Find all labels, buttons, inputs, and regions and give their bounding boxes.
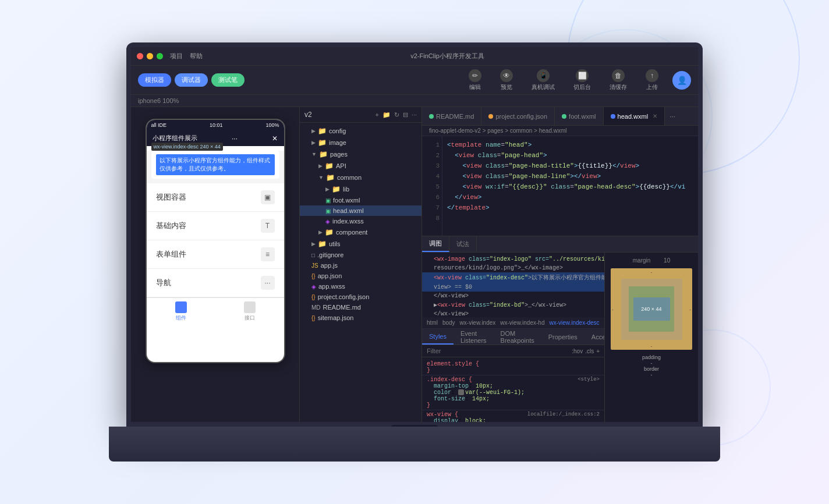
file-item-project-config[interactable]: {} project.config.json [300, 292, 421, 302]
devtools-tab-debug[interactable]: 试法 [449, 236, 477, 252]
file-item-app-json[interactable]: {} app.json [300, 271, 421, 281]
edit-button[interactable]: ✏ 编辑 [464, 68, 486, 93]
file-label: README.md [323, 304, 361, 311]
devtools-tab-elements[interactable]: 调图 [422, 236, 449, 252]
code-line-1: <template name="head"> [447, 140, 693, 150]
cache-icon: 🗑 [612, 69, 625, 82]
code-line-5: <view wx:if="{{desc}}" class="page-head-… [447, 182, 693, 192]
laptop-screen: 项目 帮助 v2-FinClip小程序开发工具 模拟器 调试器 测试笔 ✏ 编辑 [126, 42, 703, 427]
header-close-icon[interactable]: ✕ [272, 134, 278, 143]
menu-item-2-icon: T [261, 219, 275, 233]
window-controls [137, 53, 163, 59]
panel-tab-accessibility[interactable]: Accessibility [584, 329, 605, 345]
panel-tab-event-listeners[interactable]: Event Listeners [454, 329, 494, 345]
user-avatar[interactable]: 👤 [672, 71, 691, 90]
chevron-right-icon: ▶ [311, 128, 316, 134]
wxss-file-icon: ◈ [325, 218, 330, 225]
margin-bottom-label: - [651, 343, 653, 349]
panel-tab-styles[interactable]: Styles [422, 329, 454, 345]
minimize-button[interactable] [147, 53, 153, 59]
file-item-app-wxss[interactable]: ◈ app.wxss [300, 281, 421, 292]
tab-dot-readme [429, 114, 434, 119]
tab-readme[interactable]: README.md [422, 107, 481, 125]
bc-body[interactable]: body [442, 320, 455, 326]
menu-help[interactable]: 帮助 [190, 52, 203, 61]
background-button[interactable]: ⬜ 切后台 [569, 68, 596, 93]
file-label: app.wxss [318, 283, 345, 290]
tab-project-config[interactable]: project.config.json [481, 107, 555, 125]
close-button[interactable] [137, 53, 143, 59]
bc-wx-view-desc[interactable]: wx-view.index-desc [549, 320, 599, 326]
clear-cache-button[interactable]: 🗑 清缓存 [605, 68, 632, 93]
file-explorer: v2 + 📁 ↻ ⊟ ··· ▶ 📁 config [300, 107, 422, 422]
nav-item-api[interactable]: 接口 [215, 298, 284, 325]
new-folder-icon[interactable]: 📁 [382, 111, 391, 119]
file-item-foot-wxml[interactable]: ▣ foot.wxml [300, 195, 421, 205]
code-content[interactable]: <template name="head"> <view class="page… [442, 136, 698, 236]
test-button[interactable]: 测试笔 [211, 73, 245, 87]
panel-tab-dom-breakpoints[interactable]: DOM Breakpoints [494, 329, 541, 345]
file-item-lib[interactable]: ▶ 📁 lib [300, 183, 421, 195]
laptop-frame: 项目 帮助 v2-FinClip小程序开发工具 模拟器 调试器 测试笔 ✏ 编辑 [109, 42, 720, 462]
file-item-pages[interactable]: ▼ 📁 pages [300, 148, 421, 160]
pseudo-hov-btn[interactable]: :hov [572, 348, 583, 354]
tabs-overflow-icon[interactable]: ··· [665, 112, 680, 120]
new-file-icon[interactable]: + [375, 111, 378, 119]
menu-item-4[interactable]: 导航 ··· [147, 269, 284, 297]
pseudo-cls-btn[interactable]: .cls [585, 348, 594, 354]
battery-indicator: 100% [265, 122, 279, 128]
tab-close-icon[interactable]: ✕ [653, 113, 657, 119]
menu-item-3-label: 表单组件 [156, 249, 186, 260]
nav-api-label: 接口 [245, 314, 255, 322]
wxss-file-icon: ◈ [311, 283, 316, 290]
menu-item-2-label: 基础内容 [156, 221, 186, 231]
menu-item-4-label: 导航 [156, 278, 171, 288]
element-breadcrumb: html body wx-view.index wx-view.index-hd… [422, 317, 604, 329]
file-item-component[interactable]: ▶ 📁 component [300, 226, 421, 238]
dom-line-7: </wx-view> [422, 310, 604, 317]
file-item-readme[interactable]: MD README.md [300, 302, 421, 313]
menu-item-3[interactable]: 表单组件 ≡ [147, 240, 284, 269]
menu-item-3-icon: ≡ [261, 247, 275, 261]
file-item-index-wxss[interactable]: ◈ index.wxss [300, 216, 421, 226]
menu-project[interactable]: 项目 [170, 52, 183, 61]
file-item-head-wxml[interactable]: ▣ head.wxml [300, 205, 421, 216]
bc-html[interactable]: html [427, 320, 438, 326]
refresh-icon[interactable]: ↻ [394, 111, 399, 119]
maximize-button[interactable] [157, 53, 163, 59]
dom-line-4[interactable]: view> == $0 [422, 283, 604, 292]
bc-wx-view-index[interactable]: wx-view.index [460, 320, 496, 326]
file-item-config[interactable]: ▶ 📁 config [300, 125, 421, 137]
style-filter-input[interactable] [427, 347, 567, 354]
device-debug-button[interactable]: 📱 真机调试 [527, 68, 559, 93]
upload-icon: ↑ [646, 69, 658, 82]
add-style-btn[interactable]: + [596, 348, 600, 354]
more-options-icon[interactable]: ··· [412, 111, 417, 119]
file-item-app-js[interactable]: JS app.js [300, 260, 421, 271]
panel-tab-properties[interactable]: Properties [541, 329, 584, 345]
file-item-common[interactable]: ▼ 📁 common [300, 172, 421, 183]
file-item-sitemap[interactable]: {} sitemap.json [300, 313, 421, 323]
device-icon: 📱 [537, 69, 550, 82]
upload-button[interactable]: ↑ 上传 [641, 68, 663, 93]
dom-line-3[interactable]: <wx-view class="index-desc">以下将展示小程序官方组件… [422, 272, 604, 283]
header-more-icon[interactable]: ··· [232, 134, 238, 143]
preview-button[interactable]: 👁 预览 [495, 68, 518, 93]
collapse-icon[interactable]: ⊟ [403, 111, 408, 119]
debugger-button[interactable]: 调试器 [175, 73, 208, 87]
laptop-base [109, 427, 720, 462]
tab-foot-wxml[interactable]: foot.wxml [555, 107, 603, 125]
menu-item-1[interactable]: 视图容器 ▣ [147, 183, 284, 212]
simulator-button[interactable]: 模拟器 [138, 73, 171, 87]
code-line-2: <view class="page-head"> [447, 150, 693, 161]
tab-head-wxml[interactable]: head.wxml ✕ [604, 107, 665, 125]
file-item-api[interactable]: ▶ 📁 API [300, 160, 421, 172]
bc-wx-view-hd[interactable]: wx-view.index-hd [500, 320, 544, 326]
code-editor[interactable]: 1 2 3 4 5 6 7 8 <template name="head"> <… [422, 136, 698, 236]
file-item-image[interactable]: ▶ 📁 image [300, 137, 421, 148]
menu-item-2[interactable]: 基础内容 T [147, 212, 284, 240]
file-item-utils[interactable]: ▶ 📁 utils [300, 238, 421, 250]
file-item-gitignore[interactable]: □ .gitignore [300, 250, 421, 260]
file-label: image [329, 139, 346, 146]
nav-item-components[interactable]: 组件 [147, 298, 215, 325]
